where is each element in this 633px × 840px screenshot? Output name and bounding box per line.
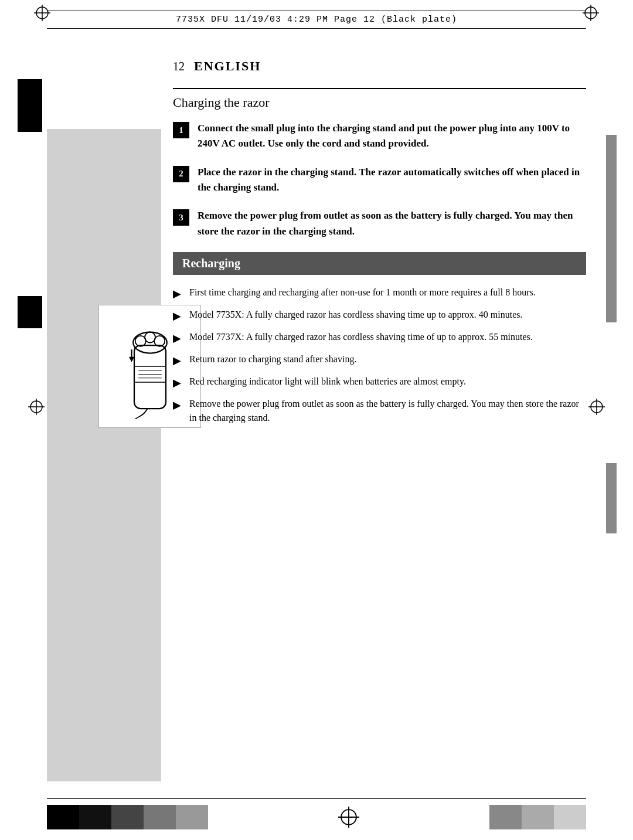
step-2-text: Place the razor in the charging stand. T… — [198, 165, 586, 196]
recharging-title: Recharging — [173, 252, 586, 275]
bottom-square-right-1 — [489, 805, 522, 829]
bullet-text-6: Remove the power plug from outlet as soo… — [189, 397, 586, 425]
header-bar: 7735X DFU 11/19/03 4:29 PM Page 12 (Blac… — [47, 11, 586, 29]
bullet-2: ▶ Model 7735X: A fully charged razor has… — [173, 308, 586, 324]
bullet-icon-3: ▶ — [173, 331, 185, 346]
page-section: 12 ENGLISH — [173, 59, 586, 74]
bullet-text-2: Model 7735X: A fully charged razor has c… — [189, 308, 523, 322]
bottom-squares-left — [47, 805, 208, 829]
recharging-section: Recharging ▶ First time charging and rec… — [173, 252, 586, 425]
reg-mark-mid-left — [28, 399, 45, 415]
bottom-square-gray-2 — [144, 805, 176, 829]
bottom-square-black-1 — [47, 805, 79, 829]
reg-mark-top-left — [34, 5, 50, 21]
bullet-text-4: Return razor to charging stand after sha… — [189, 352, 356, 366]
step-2-number: 2 — [173, 166, 189, 182]
charging-section: Charging the razor 1 Connect the small p… — [173, 88, 586, 239]
svg-point-9 — [145, 332, 155, 343]
bullet-icon-5: ▶ — [173, 375, 185, 391]
step-3-text: Remove the power plug from outlet as soo… — [198, 208, 586, 239]
page-number: 12 — [173, 60, 185, 73]
svg-rect-6 — [134, 345, 166, 409]
section-title: ENGLISH — [194, 59, 261, 74]
black-marker-top — [18, 79, 42, 132]
bullet-5: ▶ Red recharging indicator light will bl… — [173, 375, 586, 391]
step-2: 2 Place the razor in the charging stand.… — [173, 165, 586, 196]
main-content: 12 ENGLISH Charging the razor 1 Connect … — [173, 59, 586, 431]
bottom-square-gray-3 — [176, 805, 208, 829]
bullet-text-5: Red recharging indicator light will blin… — [189, 375, 466, 389]
bullet-icon-4: ▶ — [173, 353, 185, 369]
steps-list: 1 Connect the small plug into the chargi… — [173, 121, 586, 239]
header-text: 7735X DFU 11/19/03 4:29 PM Page 12 (Blac… — [176, 15, 457, 25]
bullet-1: ▶ First time charging and recharging aft… — [173, 285, 586, 302]
step-3-number: 3 — [173, 209, 189, 226]
reg-mark-bottom-center — [338, 807, 359, 828]
bottom-reg-center — [208, 807, 489, 828]
svg-marker-17 — [129, 357, 134, 362]
step-1-number: 1 — [173, 122, 189, 138]
bullet-text-3: Model 7737X: A fully charged razor has c… — [189, 330, 533, 344]
bottom-square-right-3 — [554, 805, 586, 829]
right-bar-bottom — [606, 463, 617, 533]
step-1-text: Connect the small plug into the charging… — [198, 121, 586, 152]
left-markers — [18, 79, 42, 328]
bottom-square-black-2 — [79, 805, 111, 829]
bullet-3: ▶ Model 7737X: A fully charged razor has… — [173, 330, 586, 346]
step-1: 1 Connect the small plug into the chargi… — [173, 121, 586, 152]
bottom-area — [47, 798, 586, 829]
bullet-6: ▶ Remove the power plug from outlet as s… — [173, 397, 586, 425]
bottom-square-right-2 — [522, 805, 554, 829]
reg-mark-mid-right — [588, 399, 605, 415]
page: 7735X DFU 11/19/03 4:29 PM Page 12 (Blac… — [0, 0, 633, 840]
left-sidebar — [47, 129, 161, 781]
bullet-icon-2: ▶ — [173, 308, 185, 324]
recharging-bullets: ▶ First time charging and recharging aft… — [173, 285, 586, 425]
bullet-4: ▶ Return razor to charging stand after s… — [173, 352, 586, 369]
bottom-squares-right — [489, 805, 586, 829]
bullet-icon-6: ▶ — [173, 397, 185, 413]
right-bar-top — [606, 135, 617, 322]
charging-title: Charging the razor — [173, 95, 586, 110]
bullet-text-1: First time charging and recharging after… — [189, 285, 536, 300]
step-3: 3 Remove the power plug from outlet as s… — [173, 208, 586, 239]
bottom-square-gray-1 — [111, 805, 144, 829]
bullet-icon-1: ▶ — [173, 286, 185, 302]
reg-mark-top-right — [583, 5, 599, 21]
black-marker-bottom — [18, 296, 42, 328]
